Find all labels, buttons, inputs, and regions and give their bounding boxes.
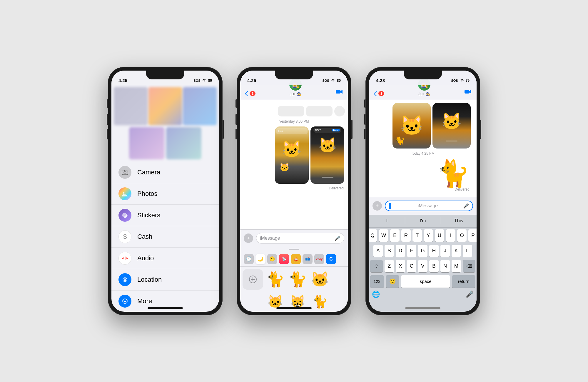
key-i[interactable]: I — [446, 229, 455, 242]
keyboard-suggestions-bar: I I'm This — [369, 215, 477, 228]
key-k[interactable]: K — [452, 245, 461, 257]
key-q[interactable]: Q — [369, 229, 377, 242]
sticker-cat-3[interactable]: 🐱 — [310, 269, 330, 290]
numbers-key[interactable]: 123 — [370, 275, 384, 288]
key-f[interactable]: F — [407, 245, 416, 257]
menu-item-photos[interactable]: Photos — [111, 183, 219, 204]
sticker-tab-mail[interactable]: 📫 — [303, 254, 313, 264]
phone2-timestamp: Yesterday 8:06 PM — [240, 119, 348, 124]
sticker-cat-sitting[interactable]: 🐈 — [265, 269, 285, 290]
menu-item-camera[interactable]: Camera — [111, 162, 219, 183]
location-label: Location — [137, 276, 162, 283]
sticker-add-button[interactable] — [243, 269, 263, 290]
volume-up-button — [107, 114, 108, 125]
key-b[interactable]: B — [429, 260, 439, 272]
sticker-tabs-bar: 🕐 🌙 🙂 📡 🎪 📫 ebay C — [240, 252, 348, 267]
key-c[interactable]: C — [407, 260, 416, 272]
phone1-status-icons: SOS 80 — [193, 79, 212, 83]
menu-item-stickers[interactable]: Stickers — [111, 204, 219, 226]
phone2-time: 4:25 — [247, 78, 256, 83]
cash-icon: $ — [118, 230, 131, 243]
key-m[interactable]: M — [452, 260, 461, 272]
sticker-tab-recent[interactable]: 🕐 — [244, 254, 254, 264]
phone1-home-indicator — [148, 307, 183, 309]
key-e[interactable]: E — [390, 229, 400, 242]
sticker-cat-walking[interactable]: 🐈 — [287, 269, 308, 290]
phone2-sticker-picker: 🕐 🌙 🙂 📡 🎪 📫 ebay C — [240, 247, 348, 312]
sticker-cat-4[interactable]: 🐈 — [310, 291, 330, 312]
phone-3: 4:28 SOS 79 1 🧙‍♀️ — [365, 67, 480, 315]
key-z[interactable]: Z — [385, 260, 394, 272]
menu-item-audio[interactable]: Audio — [111, 247, 219, 269]
wifi-icon — [202, 79, 207, 83]
key-w[interactable]: W — [379, 229, 388, 242]
phone3-contact-name: Juli 🧙‍♀️ — [419, 92, 430, 96]
backspace-key[interactable]: ⌫ — [463, 260, 475, 272]
phone2-back-button[interactable]: 1 — [245, 91, 255, 96]
return-key[interactable]: return — [452, 275, 475, 288]
phone2-message-input[interactable]: iMessage 🎤 — [256, 233, 344, 243]
sticker-tab-periscope[interactable]: 📡 — [279, 254, 289, 264]
phone3-home-indicator — [405, 307, 440, 309]
key-y[interactable]: Y — [424, 229, 433, 242]
key-h[interactable]: H — [429, 245, 439, 257]
svg-rect-7 — [126, 257, 127, 259]
sticker-row-2: 🐈 😸 — [287, 269, 308, 311]
sticker-tab-c[interactable]: C — [326, 254, 336, 264]
menu-item-location[interactable]: Location — [111, 269, 219, 290]
silent-switch — [107, 99, 108, 108]
key-l[interactable]: L — [463, 245, 472, 257]
key-r[interactable]: R — [401, 229, 411, 242]
phone2-plus-button[interactable]: + — [244, 233, 253, 243]
sticker-tab-emoji[interactable]: 🙂 — [267, 254, 277, 264]
phone2-volume-down-button — [235, 129, 237, 139]
phone2-volume-up-button — [235, 114, 237, 125]
key-n[interactable]: N — [440, 260, 450, 272]
sticker-row-1: 🐈 🐱 — [265, 269, 285, 311]
keyboard-mic-key[interactable]: 🎤 — [466, 291, 474, 298]
svg-rect-5 — [123, 257, 124, 259]
phone2-video-call-button[interactable] — [335, 89, 343, 96]
sticker-tab-4[interactable]: 🎪 — [291, 254, 301, 264]
globe-key[interactable]: 🌐 — [372, 291, 380, 298]
p3-cat-2: 🐱 — [442, 111, 462, 131]
svg-point-1 — [124, 171, 126, 174]
emoji-key[interactable]: 🙂 — [386, 275, 400, 288]
key-o[interactable]: O — [457, 229, 467, 242]
suggestion-this[interactable]: This — [441, 218, 477, 223]
phone-2: 4:25 SOS 80 1 🧙‍♀️ — [237, 67, 351, 315]
phone3-back-badge: 1 — [378, 91, 384, 96]
key-g[interactable]: G — [418, 245, 427, 257]
photos-label: Photos — [137, 190, 158, 198]
menu-item-cash[interactable]: $ Cash — [111, 226, 219, 247]
phone2-input-bar: + iMessage 🎤 — [240, 229, 348, 247]
shift-key[interactable]: ⇧ — [370, 260, 383, 272]
suggestion-im[interactable]: I'm — [405, 218, 441, 223]
phone3-image-messages: 🐱 🐈 🐱 — [372, 103, 474, 149]
key-j[interactable]: J — [440, 245, 450, 257]
sticker-tab-moon[interactable]: 🌙 — [255, 254, 265, 264]
text-cursor — [389, 203, 391, 209]
cat-emoji-1: 🐱 — [282, 141, 302, 157]
volume-down-button — [107, 129, 108, 139]
phone3-plus-button[interactable]: + — [372, 201, 382, 211]
key-x[interactable]: X — [396, 260, 405, 272]
phone3-message-input[interactable]: iMessage 🎤 — [385, 201, 473, 211]
phone3-video-call-button[interactable] — [464, 89, 472, 96]
sticker-tab-ebay[interactable]: ebay — [314, 254, 324, 264]
key-s[interactable]: S — [385, 245, 394, 257]
space-key[interactable]: space — [401, 275, 450, 288]
key-p[interactable]: P — [468, 229, 477, 242]
phone2-delivered: Delivered — [240, 186, 348, 190]
phone3-back-button[interactable]: 1 — [374, 91, 384, 96]
phone2-top-messages — [240, 106, 348, 116]
key-u[interactable]: U — [435, 229, 444, 242]
phone3-sos-icon: SOS — [451, 79, 458, 82]
phone3-battery-icon: 79 — [466, 79, 470, 83]
key-d[interactable]: D — [396, 245, 405, 257]
key-t[interactable]: T — [412, 229, 422, 242]
key-v[interactable]: V — [418, 260, 427, 272]
phone2-mic-icon: 🎤 — [335, 236, 340, 241]
key-a[interactable]: A — [373, 245, 383, 257]
suggestion-i[interactable]: I — [369, 218, 405, 223]
